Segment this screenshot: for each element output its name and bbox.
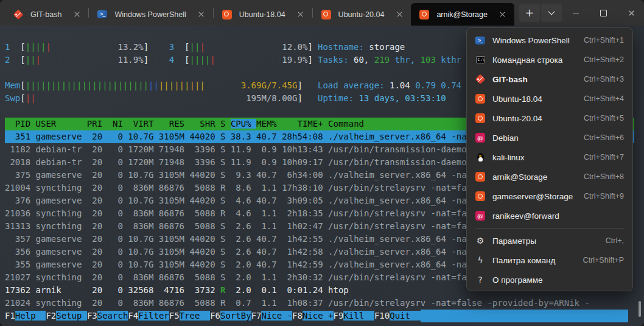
menu-item-shortcut: Ctrl+Shift+5 xyxy=(584,114,624,122)
menu-item-shortcut: Ctrl+Shift+7 xyxy=(584,153,624,161)
cmd-icon: C:\ xyxy=(474,54,486,65)
text-segment: Filter xyxy=(138,311,169,321)
maximize-button[interactable] xyxy=(590,0,618,26)
ubuntu-icon xyxy=(474,171,486,182)
close-button[interactable] xyxy=(618,0,644,26)
tab-close-button[interactable] xyxy=(394,9,405,20)
menu-item-kali-linux[interactable]: kali-linuxCtrl+Shift+7 xyxy=(467,147,632,167)
tab-ubuntu-20-04[interactable]: Ubuntu-20.04 xyxy=(313,3,411,26)
menu-item-label: arnik@Storage xyxy=(492,172,547,182)
text-segment: Load average: xyxy=(318,80,390,90)
fnkey-f7-nice-[interactable]: F7Nice - xyxy=(251,310,292,322)
tab-close-button[interactable] xyxy=(71,9,82,20)
text-segment: 1182 debian-tr 20 0 1720M 71948 3396 S 1… xyxy=(5,144,472,154)
text-segment: 103 xyxy=(421,55,436,65)
text-segment xyxy=(215,55,282,65)
menu-item-windows-powershell[interactable]: >_Windows PowerShellCtrl+Shift+1 xyxy=(467,30,632,50)
ubuntu-icon-glyph xyxy=(419,10,429,19)
tab-arnik-storage[interactable]: arnik@Storage xyxy=(411,3,514,26)
text-segment: | xyxy=(190,42,195,52)
close-icon xyxy=(198,12,204,17)
sysinfo-line: Tasks: 60, 219 thr, 103 kthr xyxy=(318,54,461,66)
text-segment: Kill xyxy=(343,311,374,321)
fnkey-f4-filter[interactable]: F4Filter xyxy=(128,310,169,322)
text-segment: | xyxy=(36,42,41,52)
menu-item-cmd[interactable]: C:\Командная строкаCtrl+Shift+2 xyxy=(467,50,632,69)
text-segment: | xyxy=(190,55,195,65)
fnkey-f1-help[interactable]: F1Help xyxy=(5,310,46,322)
menu-item-ubuntu-18-04[interactable]: Ubuntu-18.04Ctrl+Shift+4 xyxy=(467,89,632,108)
open-profiles-dropdown-button[interactable] xyxy=(541,4,562,22)
fnkey-f5-tree[interactable]: F5Tree xyxy=(169,310,210,322)
menu-item-gameserver-storage[interactable]: gameserver@StorageCtrl+Shift+9 xyxy=(467,186,632,206)
tab-ubuntu-18-04[interactable]: Ubuntu-18.04 xyxy=(214,3,312,26)
close-icon xyxy=(500,12,505,17)
text-segment xyxy=(174,42,184,52)
maximize-icon xyxy=(600,10,607,16)
fnkey-f10-quit[interactable]: F10Quit xyxy=(374,310,421,322)
text-segment xyxy=(41,55,117,65)
text-segment: 375 gameserve 20 0 10.7G 3105M 44020 S 9… xyxy=(5,170,477,180)
minimize-button[interactable] xyxy=(562,0,590,26)
menu-item-git-bash[interactable]: GIT-bashCtrl+Shift+3 xyxy=(467,69,632,89)
menu-item-command-palette[interactable]: ϟПалитра командCtrl+Shift+P xyxy=(467,250,632,270)
menu-item-label: О программе xyxy=(492,275,543,285)
tab-title: arnik@Storage xyxy=(436,10,488,19)
menu-item-shortcut: Ctrl+, xyxy=(606,236,624,245)
scrollbar-thumb[interactable] xyxy=(639,301,641,317)
menu-item-label: GIT-bash xyxy=(492,75,528,84)
ubuntu-icon xyxy=(474,191,486,202)
text-segment: | xyxy=(200,42,205,52)
text-segment: ] xyxy=(297,80,302,90)
sysinfo-line xyxy=(318,66,461,79)
menu-item-label: Debian xyxy=(492,133,519,143)
menu-item-label: Ubuntu-18.04 xyxy=(492,94,542,104)
text-segment: 355 gameserve 20 0 10.7G 3105M 44020 S 2… xyxy=(5,260,477,269)
menu-item-arnik-storage[interactable]: arnik@StorageCtrl+Shift+8 xyxy=(467,167,632,186)
text-segment: 3 xyxy=(169,42,174,52)
text-segment: Setup xyxy=(56,311,87,321)
text-segment: F7 xyxy=(251,311,262,321)
menu-item-ubuntu-20-04[interactable]: Ubuntu-20.04Ctrl+Shift+5 xyxy=(467,108,632,128)
menu-item-shortcut: Ctrl+Shift+2 xyxy=(584,55,624,64)
tab-close-button[interactable] xyxy=(497,9,508,20)
debian-icon: @ xyxy=(474,132,486,143)
text-segment: ] xyxy=(307,42,312,52)
tab-close-button[interactable] xyxy=(295,9,306,20)
menu-item-shortcut: Ctrl+Shift+4 xyxy=(584,94,624,103)
fnkey-f6-sortby[interactable]: F6SortBy xyxy=(210,310,251,322)
powershell-icon-glyph: >_ xyxy=(475,37,485,44)
close-icon xyxy=(629,10,634,16)
process-row[interactable]: 21024 syncthing 20 0 836M 86876 5088 R 0… xyxy=(5,297,634,310)
text-segment: F3 xyxy=(87,311,97,321)
text-segment: 1.04 xyxy=(390,80,415,90)
text-segment: F10 xyxy=(374,311,390,321)
menu-item-settings[interactable]: ⚙ПараметрыCtrl+, xyxy=(467,231,632,250)
menu-item-ranikeev-forward[interactable]: @ranikeev@forward xyxy=(467,206,632,225)
fnkey-f8-nice-[interactable]: F8Nice + xyxy=(292,310,333,322)
text-segment: [ xyxy=(20,55,25,65)
fnkey-f9-kill[interactable]: F9Kill xyxy=(334,310,374,322)
new-tab-button[interactable]: + xyxy=(519,4,540,22)
text-segment: |||||||||||||||||||||||| xyxy=(26,80,149,90)
gear-icon-glyph: ⚙ xyxy=(477,236,485,246)
gear-icon: ⚙ xyxy=(474,235,486,246)
fnkey-f3-search[interactable]: F3Search xyxy=(87,310,128,322)
text-segment: [ xyxy=(20,42,25,52)
text-segment: ] xyxy=(144,42,149,52)
menu-item-label: Windows PowerShell xyxy=(492,36,570,45)
tab-git-bash[interactable]: GIT-bash xyxy=(5,3,88,26)
text-segment: storage xyxy=(364,42,405,52)
menu-item-debian[interactable]: @DebianCtrl+Shift+6 xyxy=(467,128,632,147)
text-segment: CPU% xyxy=(231,119,256,129)
menu-item-shortcut: Ctrl+Shift+9 xyxy=(584,192,624,200)
text-segment: F5 xyxy=(169,311,180,321)
menu-item-about[interactable]: ?О программе xyxy=(467,270,632,289)
tab-windows-powershell[interactable]: >_Windows PowerShell xyxy=(89,3,212,26)
fnkey-f2-setup[interactable]: F2Setup xyxy=(46,310,86,322)
text-segment xyxy=(174,55,184,65)
tab-close-button[interactable] xyxy=(196,9,207,20)
tab-strip: GIT-bash>_Windows PowerShellUbuntu-18.04… xyxy=(0,0,514,26)
ubuntu-icon-glyph xyxy=(475,191,485,201)
tab-title: GIT-bash xyxy=(30,10,61,19)
